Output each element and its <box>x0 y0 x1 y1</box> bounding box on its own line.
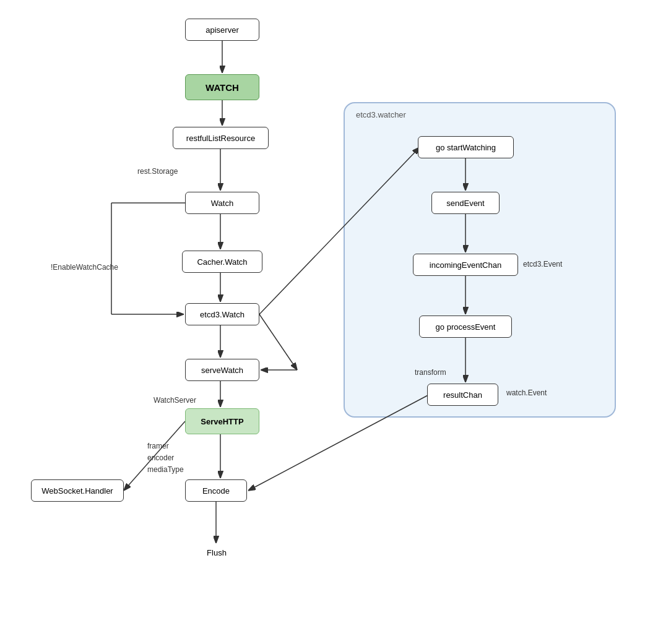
node-send-event: sendEvent <box>431 192 500 214</box>
node-incoming-event-chan: incomingEventChan <box>413 254 518 276</box>
etcd3-watcher-title: etcd3.watcher <box>356 110 406 119</box>
node-watch: WATCH <box>185 74 259 100</box>
svg-line-20 <box>259 314 297 370</box>
node-go-process-event: go processEvent <box>419 316 512 338</box>
label-rest-storage: rest.Storage <box>137 167 178 176</box>
svg-line-14 <box>124 421 185 491</box>
node-encode: Encode <box>185 479 247 502</box>
node-serve-http: ServeHTTP <box>185 408 259 434</box>
node-serve-watch: serveWatch <box>185 359 259 381</box>
label-enable-watch-cache: !EnableWatchCache <box>51 263 118 272</box>
node-cacher-watch: Cacher.Watch <box>182 251 262 273</box>
node-restful-list-resource: restfulListResource <box>173 127 269 149</box>
diagram: etcd3.watcher <box>0 0 645 644</box>
node-websocket-handler: WebSocket.Handler <box>31 479 124 502</box>
node-go-start-watching: go startWatching <box>418 136 514 158</box>
node-watch-node: Watch <box>185 192 259 214</box>
label-watch-server: WatchServer <box>154 396 196 405</box>
node-result-chan: resultChan <box>427 384 498 406</box>
node-etcd3-watch: etcd3.Watch <box>185 303 259 325</box>
node-flush: Flush <box>194 543 239 562</box>
node-apiserver: apiserver <box>185 19 259 41</box>
label-framer-encoder: framer encoder mediaType <box>147 440 184 476</box>
